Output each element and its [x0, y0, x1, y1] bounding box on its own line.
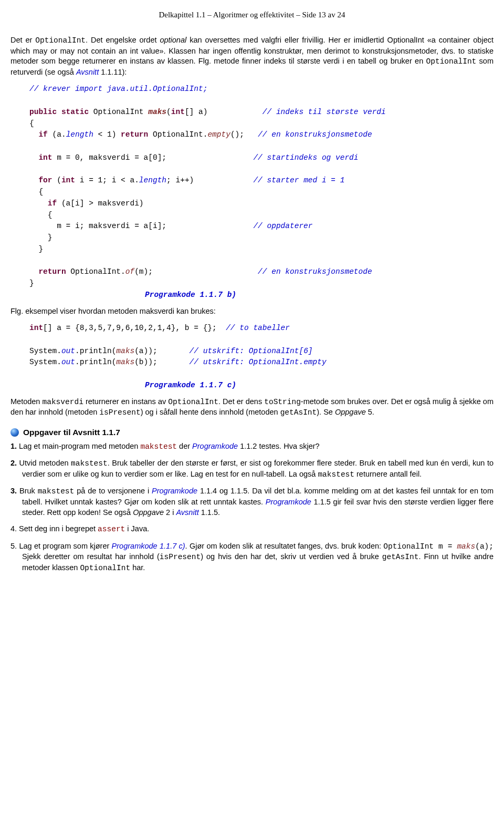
text: (a[i] > maksverdi)	[57, 199, 143, 208]
link-programkode-c[interactable]: 1.1.7 c)	[160, 542, 185, 550]
text: (	[166, 108, 171, 116]
link-programkode[interactable]: Programkode	[266, 498, 311, 506]
text: Utvid metoden	[17, 459, 71, 467]
code-block-1: // krever import java.util.OptionalInt; …	[29, 84, 494, 301]
exercise-list: 1. Lag et main-program med metoden makst…	[10, 441, 494, 574]
property: length	[139, 176, 166, 184]
keyword: if	[29, 199, 57, 208]
text: [] a)	[185, 108, 208, 116]
exercise-item-3: 3. Bruk makstest på de to versjonene i P…	[10, 486, 494, 518]
brace: }	[29, 245, 43, 253]
text: ). Se	[317, 408, 335, 416]
keyword: if	[29, 130, 48, 139]
text: Sjekk deretter om resultat har innhold (	[22, 552, 160, 561]
text: der	[177, 442, 192, 450]
link-programkode[interactable]: Programkode	[152, 487, 197, 495]
comment: // to tabeller	[226, 324, 290, 332]
method: maks	[116, 358, 134, 366]
item-number: 5.	[10, 542, 17, 550]
brace: {	[29, 188, 43, 196]
text: (a.	[48, 130, 66, 139]
text: Lag et program som kjører	[17, 542, 112, 550]
brace: {	[29, 119, 34, 128]
text: ) og hvis den har det, skriv ut verdien …	[201, 552, 382, 561]
keyword: int	[171, 108, 185, 116]
code-inline: assert	[98, 525, 125, 533]
link-programkode[interactable]: Programkode	[112, 542, 158, 550]
exercise-item-1: 1. Lag et main-program med metoden makst…	[10, 441, 494, 452]
code-inline: isPresent	[99, 408, 140, 417]
method: maks	[457, 542, 475, 551]
text: . Gjør om koden slik at resultatet fange…	[185, 542, 384, 550]
comment: // krever import java.util.OptionalInt;	[29, 85, 207, 93]
text: System.	[29, 347, 61, 355]
code-inline: OptionalInt m =	[383, 542, 457, 551]
text: ();	[230, 130, 244, 139]
text: på de to versjonene i	[74, 487, 152, 495]
text: ; i++)	[166, 176, 194, 184]
link-programkode[interactable]: Programkode	[192, 442, 238, 450]
italic-text: Oppgave	[335, 408, 366, 416]
keyword: return	[29, 267, 66, 276]
italic-text: Oppgave	[133, 508, 164, 517]
item-number: 2.	[10, 459, 17, 467]
property: length	[66, 130, 93, 139]
code-caption: Programkode 1.1.7 c)	[145, 380, 494, 391]
code-inline: OptionalInt	[426, 57, 477, 66]
text: [] a = {8,3,5,7,9,6,10,2,1,4}, b = {};	[43, 324, 217, 332]
section-title-text: Oppgaver til Avsnitt 1.1.7	[23, 428, 120, 437]
text: returnere antall feil.	[354, 470, 422, 478]
brace: }	[29, 233, 52, 242]
text: (m);	[134, 267, 153, 276]
code-block-2: int[] a = {8,3,5,7,9,6,10,2,1,4}, b = {}…	[29, 323, 494, 391]
property: out	[61, 347, 75, 355]
text: . Det er dens	[218, 397, 264, 406]
text: i Java.	[125, 524, 149, 533]
code-inline: getAsInt	[382, 553, 419, 561]
text: 2 i	[164, 508, 176, 517]
code-inline: isPresent	[160, 553, 201, 561]
comment: // utskrift: OptionalInt.empty	[190, 358, 327, 366]
exercise-item-5: 5. Lag et program som kjører Programkode…	[10, 541, 494, 574]
comment: // en konstruksjonsmetode	[258, 267, 372, 276]
comment: // en konstruksjonsmetode	[258, 130, 372, 139]
text: i = 1; i < a.	[75, 176, 139, 184]
text: Lag et main-program med metoden	[17, 442, 140, 450]
text: Bruk	[17, 487, 38, 495]
method: empty	[207, 130, 230, 139]
text: 1.1.2 testes. Hva skjer?	[238, 442, 320, 450]
text: 1.1.5.	[199, 508, 220, 517]
paragraph-3: Metoden maksverdi returnerer en instans …	[10, 397, 494, 418]
code-inline: (a);	[475, 542, 494, 551]
code-inline: OptionalInt	[35, 36, 86, 45]
code-inline: makstest	[318, 470, 354, 479]
item-number: 4.	[10, 524, 17, 533]
comment: // starter med i = 1	[253, 176, 344, 184]
code-inline: makstest	[71, 459, 108, 468]
text: (b));	[134, 358, 158, 366]
text: System.	[29, 358, 61, 366]
text: (a));	[134, 347, 158, 355]
link-avsnitt[interactable]: Avsnitt	[76, 68, 99, 76]
exercise-item-4: 4. Sett deg inn i begrepet assert i Java…	[10, 524, 494, 535]
code-inline: maksverdi	[43, 398, 83, 406]
exercise-item-2: 2. Utvid metoden makstest. Bruk tabeller…	[10, 458, 494, 480]
keyword: int	[61, 176, 75, 184]
italic-text: optional	[160, 36, 186, 44]
text: .println(	[75, 358, 116, 366]
function-name: maks	[148, 108, 166, 116]
comment: // oppdaterer	[253, 222, 312, 230]
brace: {	[29, 211, 52, 219]
code-inline: OptionalInt	[80, 564, 130, 572]
text: OptionalInt.	[148, 130, 207, 139]
keyword: return	[121, 130, 148, 139]
link-avsnitt[interactable]: Avsnitt	[176, 508, 198, 517]
text: < 1)	[93, 130, 121, 139]
code-inline: toString	[264, 398, 301, 406]
paragraph-2: Flg. eksempel viser hvordan metoden maks…	[10, 306, 494, 317]
page-header: Delkapittel 1.1 – Algoritmer og effektiv…	[10, 11, 494, 19]
code-inline: makstest	[38, 487, 75, 496]
sphere-icon	[10, 428, 19, 437]
text: ) og i såfall hente dens innhold (metode…	[141, 408, 280, 416]
text: 5.	[366, 408, 374, 416]
